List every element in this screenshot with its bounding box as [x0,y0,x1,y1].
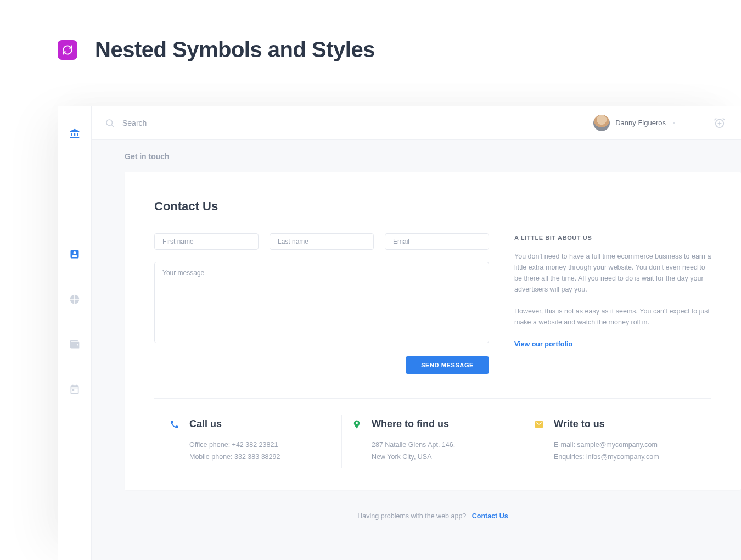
mail-icon [534,419,544,429]
donut-chart-icon [69,294,80,305]
phone-icon [170,419,179,429]
contact-block-title: Write to us [554,418,605,430]
add-reminder-button[interactable] [711,115,728,131]
portfolio-link[interactable]: View our portfolio [514,340,572,348]
about-heading: A LITTLE BIT ABOUT US [514,234,711,241]
contact-line: 287 Natalie Glens Apt. 146, [372,441,514,449]
contact-block-title: Call us [189,418,222,430]
contact-line: New York City, USA [372,453,514,461]
contact-block-call: Call us Office phone: +42 382 23821 Mobi… [160,415,341,468]
id-card-icon [69,249,80,260]
alarm-add-icon [714,117,726,129]
topbar: Danny Figueros [92,106,741,140]
contact-card: Contact Us SEND MESSAGE [125,172,741,490]
first-name-field[interactable] [154,233,259,250]
user-name: Danny Figueros [615,119,666,127]
refresh-icon [62,44,73,55]
divider [154,398,711,399]
contact-line: Enquiries: infos@mycompany.com [554,453,696,461]
sidebar-item-analytics[interactable] [58,283,92,316]
bank-icon [69,128,80,139]
contact-line: Office phone: +42 382 23821 [189,441,332,449]
divider [698,106,698,140]
contact-line: E-mail: sample@mycompany.com [554,441,696,449]
card-title: Contact Us [154,199,711,214]
sidebar-item-contacts[interactable] [58,238,92,271]
contact-block-email: Write to us E-mail: sample@mycompany.com… [524,415,706,468]
calendar-icon [69,384,80,395]
sidebar-item-calendar[interactable] [58,373,92,406]
sidebar-item-bank[interactable] [58,117,92,150]
contact-block-title: Where to find us [372,418,449,430]
about-paragraph-1: You don't need to have a full time ecomm… [514,251,711,295]
sidebar-item-wallet[interactable] [58,328,92,361]
chevron-down-icon [671,120,677,126]
contact-line: Mobile phone: 332 383 38292 [189,453,332,461]
footer-text: Having problems with the web app? [357,512,466,520]
app-logo-badge [58,40,77,60]
footer-help: Having problems with the web app? Contac… [125,512,741,520]
send-message-button[interactable]: SEND MESSAGE [406,356,489,374]
message-field[interactable] [154,262,489,343]
avatar [593,115,610,131]
search-input[interactable] [122,119,287,127]
email-field[interactable] [385,233,489,250]
search-icon [105,118,115,128]
svg-point-0 [106,120,113,126]
sidebar [58,106,92,560]
map-pin-icon [352,419,362,429]
user-menu[interactable]: Danny Figueros [593,115,681,131]
last-name-field[interactable] [270,233,374,250]
app-frame: Danny Figueros Get in touch Contact Us [58,106,741,560]
contact-block-location: Where to find us 287 Natalie Glens Apt. … [341,415,524,468]
about-paragraph-2: However, this is not as easy as it seems… [514,306,711,328]
wallet-icon [69,339,80,350]
breadcrumb: Get in touch [125,152,741,161]
page-title: Nested Symbols and Styles [95,37,375,62]
footer-contact-link[interactable]: Contact Us [472,512,508,520]
